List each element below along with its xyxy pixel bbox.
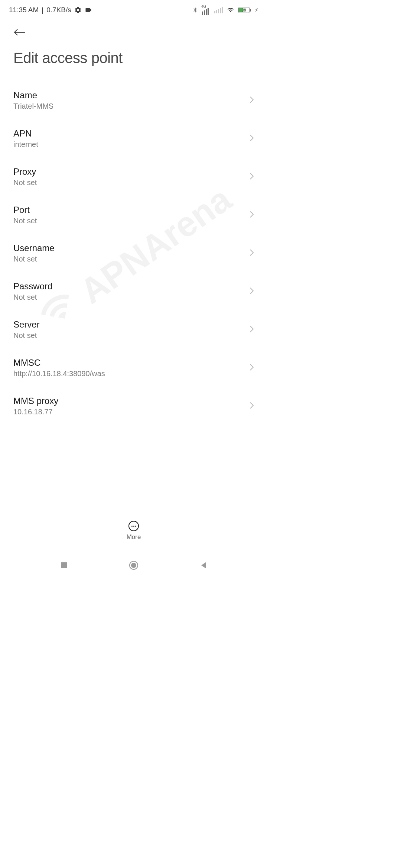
setting-label: Port (13, 205, 250, 215)
chevron-right-icon (250, 402, 254, 411)
setting-password[interactable]: Password Not set (13, 272, 254, 310)
setting-label: MMSC (13, 358, 250, 368)
page-title: Edit access point (13, 50, 254, 66)
setting-label: MMS proxy (13, 396, 250, 406)
nav-recents-button[interactable] (60, 562, 68, 571)
setting-value: http://10.16.18.4:38090/was (13, 369, 250, 378)
status-left: 11:35 AM | 0.7KB/s (9, 6, 92, 14)
setting-label: Proxy (13, 167, 250, 177)
signal-4g-icon: 4G (202, 8, 211, 15)
status-data-rate: 0.7KB/s (46, 6, 71, 14)
setting-mms-proxy[interactable]: MMS proxy 10.16.18.77 (13, 387, 254, 425)
status-time: 11:35 AM (9, 6, 39, 14)
setting-apn[interactable]: APN internet (13, 119, 254, 158)
settings-list[interactable]: Name Triatel-MMS APN internet Proxy Not … (0, 70, 267, 425)
gear-icon (74, 6, 82, 14)
svg-point-2 (131, 563, 136, 568)
signal-no-sim-icon (214, 7, 223, 13)
more-label: More (127, 533, 141, 541)
header: Edit access point (0, 19, 267, 70)
charging-icon: ⚡︎ (255, 7, 258, 13)
chevron-right-icon (250, 325, 254, 334)
setting-label: Password (13, 281, 250, 292)
more-dots-icon (128, 521, 139, 531)
svg-rect-0 (61, 562, 67, 568)
setting-value: Triatel-MMS (13, 102, 250, 111)
more-button[interactable]: More (0, 517, 267, 545)
setting-username[interactable]: Username Not set (13, 234, 254, 272)
chevron-right-icon (250, 211, 254, 220)
setting-label: Username (13, 243, 250, 253)
navigation-bar (0, 553, 267, 579)
chevron-right-icon (250, 364, 254, 372)
setting-name[interactable]: Name Triatel-MMS (13, 81, 254, 119)
setting-label: APN (13, 128, 250, 139)
setting-mmsc[interactable]: MMSC http://10.16.18.4:38090/was (13, 349, 254, 387)
setting-value: Not set (13, 255, 250, 263)
setting-value: Not set (13, 331, 250, 340)
nav-home-button[interactable] (129, 560, 138, 572)
nav-back-button[interactable] (200, 562, 207, 571)
setting-server[interactable]: Server Not set (13, 310, 254, 349)
chevron-right-icon (250, 249, 254, 258)
camera-icon (85, 6, 92, 14)
setting-port[interactable]: Port Not set (13, 196, 254, 234)
setting-label: Server (13, 319, 250, 330)
status-right: 4G 38 ⚡︎ (192, 5, 258, 15)
setting-value: Not set (13, 217, 250, 225)
chevron-right-icon (250, 96, 254, 105)
setting-proxy[interactable]: Proxy Not set (13, 158, 254, 196)
chevron-right-icon (250, 134, 254, 143)
chevron-right-icon (250, 287, 254, 296)
setting-value: Not set (13, 178, 250, 187)
setting-value: internet (13, 140, 250, 149)
setting-value: Not set (13, 293, 250, 302)
setting-value: 10.16.18.77 (13, 408, 250, 416)
setting-label: Name (13, 90, 250, 101)
chevron-right-icon (250, 172, 254, 181)
bluetooth-icon (192, 6, 198, 14)
back-button[interactable] (13, 26, 26, 39)
battery-icon: 38 (238, 7, 251, 13)
status-bar: 11:35 AM | 0.7KB/s 4G (0, 0, 267, 19)
wifi-icon (226, 7, 235, 13)
